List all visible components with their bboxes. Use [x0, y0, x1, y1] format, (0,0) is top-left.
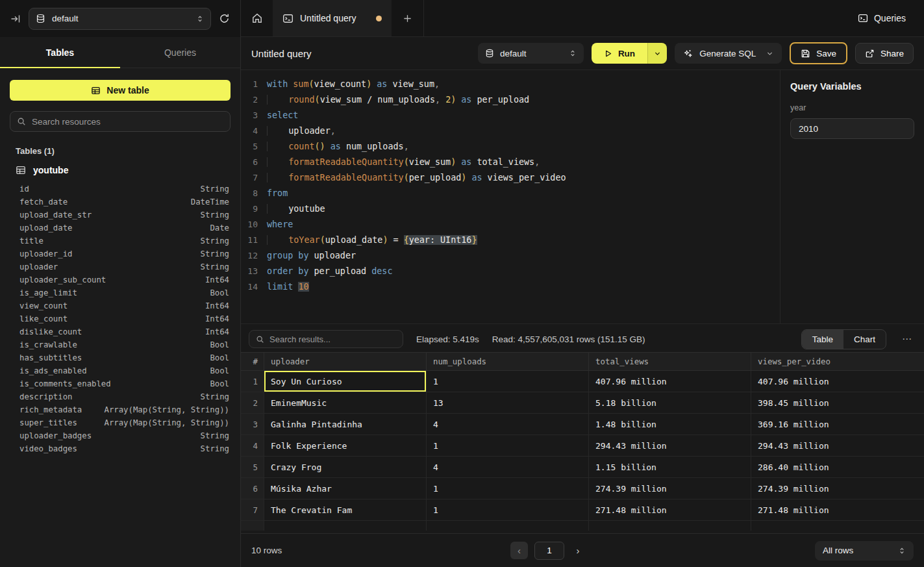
table-cell[interactable]: 407.96 million	[589, 371, 751, 392]
row-number[interactable]: 3	[241, 414, 264, 435]
column-header[interactable]: num_uploads	[427, 353, 589, 370]
sidebar-database-selector[interactable]: default	[29, 8, 211, 30]
table-cell[interactable]: 286.40 million	[751, 457, 924, 477]
collapse-sidebar-icon[interactable]	[10, 14, 21, 24]
code-line[interactable]: 2 round(view_sum / num_uploads, 2) as pe…	[241, 92, 780, 107]
page-size-selector[interactable]: All rows	[815, 541, 914, 561]
sidebar-tab-tables[interactable]: Tables	[0, 37, 120, 68]
sql-editor[interactable]: 1with sum(view_count) as view_sum,2 roun…	[241, 70, 780, 323]
column-row[interactable]: has_subtitlesBool	[19, 351, 229, 364]
next-page-button[interactable]: ›	[571, 542, 585, 559]
table-cell[interactable]: The Crevatin Fam	[264, 499, 427, 520]
table-cell[interactable]: EminemMusic	[264, 392, 427, 413]
code-line[interactable]: 6 formatReadableQuantity(view_sum) as to…	[241, 154, 780, 170]
column-row[interactable]: uploader_badgesString	[19, 429, 229, 442]
new-table-button[interactable]: New table	[10, 80, 231, 101]
previous-page-button[interactable]: ‹	[510, 542, 528, 559]
queries-button[interactable]: Queries	[858, 13, 906, 23]
table-cell[interactable]: Soy Un Curioso	[264, 371, 427, 392]
table-cell[interactable]: Músika Azhar	[264, 478, 427, 499]
toolbar-database-selector[interactable]: default	[478, 43, 584, 64]
column-header[interactable]: #	[241, 353, 264, 370]
code-line[interactable]: 1with sum(view_count) as view_sum,	[241, 76, 780, 92]
tab-untitled-query[interactable]: Untitled query	[273, 0, 392, 36]
table-cell[interactable]: 5.18 billion	[589, 392, 751, 413]
column-row[interactable]: view_countInt64	[19, 299, 229, 312]
column-row[interactable]: super_titlesArray(Map(String, String))	[19, 416, 229, 429]
more-menu-icon[interactable]: ⋯	[899, 333, 915, 345]
table-cell[interactable]: 1.48 billion	[589, 414, 751, 435]
column-row[interactable]: uploaderString	[19, 260, 229, 273]
table-cell[interactable]: 4	[427, 457, 589, 477]
table-cell[interactable]: 1	[427, 371, 589, 392]
row-number[interactable]: 1	[241, 371, 264, 392]
column-header[interactable]: uploader	[264, 353, 427, 370]
column-row[interactable]: titleString	[19, 234, 229, 247]
column-row[interactable]: video_badgesString	[19, 442, 229, 455]
code-line[interactable]: 7 formatReadableQuantity(per_upload) as …	[241, 170, 780, 185]
sidebar-tab-queries[interactable]: Queries	[120, 37, 240, 68]
code-line[interactable]: 4 uploader,	[241, 123, 780, 138]
column-row[interactable]: like_countInt64	[19, 312, 229, 325]
view-toggle-chart[interactable]: Chart	[843, 330, 886, 349]
column-row[interactable]: descriptionString	[19, 390, 229, 403]
code-line[interactable]: 5 count() as num_uploads,	[241, 138, 780, 154]
column-row[interactable]: is_comments_enabledBool	[19, 377, 229, 390]
table-cell[interactable]: 1.15 billion	[589, 457, 751, 477]
column-row[interactable]: is_crawlableBool	[19, 338, 229, 351]
code-line[interactable]: 9 youtube	[241, 201, 780, 216]
code-line[interactable]: 13order by per_upload desc	[241, 263, 780, 279]
run-options-button[interactable]	[647, 43, 667, 64]
code-line[interactable]: 14limit 10	[241, 279, 780, 294]
save-button[interactable]: Save	[790, 42, 847, 64]
code-line[interactable]: 3select	[241, 107, 780, 123]
chevron-down-icon[interactable]	[766, 50, 773, 57]
search-resources-input[interactable]	[32, 117, 223, 127]
code-line[interactable]: 10where	[241, 216, 780, 232]
table-cell[interactable]: Galinha Pintadinha	[264, 414, 427, 435]
search-results-input[interactable]	[269, 334, 396, 344]
column-row[interactable]: is_ads_enabledBool	[19, 364, 229, 377]
code-line[interactable]: 12group by uploader	[241, 247, 780, 263]
column-row[interactable]: rich_metadataArray(Map(String, String))	[19, 403, 229, 416]
column-row[interactable]: is_age_limitBool	[19, 286, 229, 299]
current-page-input[interactable]: 1	[534, 542, 564, 560]
table-cell[interactable]: 13	[427, 392, 589, 413]
sidebar-search[interactable]	[10, 111, 231, 132]
column-row[interactable]: fetch_dateDateTime	[19, 195, 229, 208]
row-number[interactable]: 4	[241, 435, 264, 456]
code-line[interactable]: 8from	[241, 185, 780, 201]
table-cell[interactable]: 4	[427, 414, 589, 435]
table-cell[interactable]: 294.43 million	[589, 435, 751, 456]
code-line[interactable]: 11 toYear(upload_date) = {year: UInt16}	[241, 232, 780, 247]
column-header[interactable]: views_per_video	[751, 353, 924, 370]
row-number[interactable]: 5	[241, 457, 264, 477]
table-cell[interactable]: 274.39 million	[751, 478, 924, 499]
table-cell[interactable]: 407.96 million	[751, 371, 924, 392]
table-cell[interactable]: Folk Experience	[264, 435, 427, 456]
new-tab-button[interactable]	[392, 0, 424, 36]
run-button[interactable]: Run	[592, 43, 647, 64]
table-cell[interactable]: 271.48 million	[751, 499, 924, 520]
view-toggle-table[interactable]: Table	[802, 330, 843, 349]
table-cell[interactable]: 294.43 million	[751, 435, 924, 456]
column-row[interactable]: dislike_countInt64	[19, 325, 229, 338]
row-number[interactable]: 7	[241, 499, 264, 520]
column-header[interactable]: total_views	[589, 353, 751, 370]
row-number[interactable]: 2	[241, 392, 264, 413]
results-search[interactable]	[249, 330, 403, 348]
table-cell[interactable]: 1	[427, 478, 589, 499]
home-button[interactable]	[241, 0, 273, 36]
table-cell[interactable]: 274.39 million	[589, 478, 751, 499]
table-cell[interactable]: 1	[427, 499, 589, 520]
table-item-youtube[interactable]: youtube	[0, 162, 240, 178]
share-button[interactable]: Share	[855, 43, 914, 64]
variable-year-input[interactable]	[790, 118, 914, 139]
table-cell[interactable]: Crazy Frog	[264, 457, 427, 477]
column-row[interactable]: upload_date_strString	[19, 208, 229, 221]
table-cell[interactable]: 271.48 million	[589, 499, 751, 520]
column-row[interactable]: upload_dateDate	[19, 221, 229, 234]
row-number[interactable]: 6	[241, 478, 264, 499]
refresh-icon[interactable]	[219, 13, 230, 24]
column-row[interactable]: uploader_idString	[19, 247, 229, 260]
